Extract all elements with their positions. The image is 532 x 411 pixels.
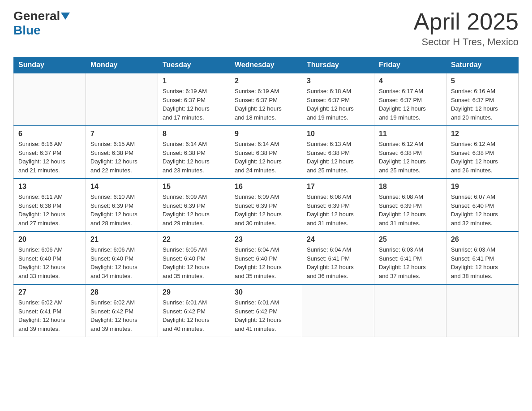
day-info: Sunrise: 6:16 AMSunset: 6:37 PMDaylight:… [451,87,514,122]
day-info: Sunrise: 6:10 AMSunset: 6:39 PMDaylight:… [90,193,153,227]
day-number: 24 [307,235,369,244]
table-row: 26Sunrise: 6:03 AMSunset: 6:41 PMDayligh… [446,231,519,284]
day-info: Sunrise: 6:12 AMSunset: 6:38 PMDaylight:… [379,140,442,175]
day-number: 22 [163,235,225,244]
day-number: 13 [18,183,81,191]
location-title: Sector H Tres, Mexico [414,36,519,48]
table-row: 12Sunrise: 6:12 AMSunset: 6:38 PMDayligh… [446,126,519,179]
table-row: 30Sunrise: 6:01 AMSunset: 6:42 PMDayligh… [230,284,302,337]
day-number: 26 [451,235,514,244]
day-number: 28 [90,288,153,296]
day-info: Sunrise: 6:11 AMSunset: 6:38 PMDaylight:… [18,193,81,227]
day-number: 5 [451,77,514,85]
day-info: Sunrise: 6:07 AMSunset: 6:40 PMDaylight:… [451,193,514,227]
day-number: 2 [235,77,297,85]
day-info: Sunrise: 6:09 AMSunset: 6:39 PMDaylight:… [235,193,297,227]
day-number: 6 [18,130,81,138]
day-number: 18 [379,183,442,191]
table-row: 2Sunrise: 6:19 AMSunset: 6:37 PMDaylight… [230,73,302,126]
table-row: 14Sunrise: 6:10 AMSunset: 6:39 PMDayligh… [86,179,158,231]
day-info: Sunrise: 6:01 AMSunset: 6:42 PMDaylight:… [235,298,297,333]
day-number: 10 [307,130,369,138]
day-number: 8 [163,130,225,138]
table-row [374,284,446,337]
day-number: 9 [235,130,297,138]
table-row: 11Sunrise: 6:12 AMSunset: 6:38 PMDayligh… [374,126,446,179]
day-number: 11 [379,130,442,138]
table-row: 9Sunrise: 6:14 AMSunset: 6:38 PMDaylight… [230,126,302,179]
table-row [86,73,158,126]
day-number: 23 [235,235,297,244]
table-row: 20Sunrise: 6:06 AMSunset: 6:40 PMDayligh… [14,231,86,284]
day-number: 7 [90,130,153,138]
day-number: 29 [163,288,225,296]
table-row: 28Sunrise: 6:02 AMSunset: 6:42 PMDayligh… [86,284,158,337]
title-area: April 2025 Sector H Tres, Mexico [414,9,519,48]
calendar-table: Sunday Monday Tuesday Wednesday Thursday… [13,57,519,337]
calendar-week-2: 6Sunrise: 6:16 AMSunset: 6:37 PMDaylight… [14,126,519,179]
day-number: 3 [307,77,369,85]
logo-blue-text: Blue [13,23,41,38]
col-saturday: Saturday [446,57,519,73]
table-row: 4Sunrise: 6:17 AMSunset: 6:37 PMDaylight… [374,73,446,126]
day-info: Sunrise: 6:08 AMSunset: 6:39 PMDaylight:… [379,193,442,227]
calendar-week-1: 1Sunrise: 6:19 AMSunset: 6:37 PMDaylight… [14,73,519,126]
table-row: 19Sunrise: 6:07 AMSunset: 6:40 PMDayligh… [446,179,519,231]
day-number: 12 [451,130,514,138]
day-number: 20 [18,235,81,244]
day-number: 25 [379,235,442,244]
day-info: Sunrise: 6:02 AMSunset: 6:41 PMDaylight:… [18,298,81,333]
col-sunday: Sunday [14,57,86,73]
day-info: Sunrise: 6:12 AMSunset: 6:38 PMDaylight:… [451,140,514,175]
table-row [446,284,519,337]
day-info: Sunrise: 6:04 AMSunset: 6:41 PMDaylight:… [307,245,369,280]
day-number: 21 [90,235,153,244]
day-number: 19 [451,183,514,191]
table-row: 7Sunrise: 6:15 AMSunset: 6:38 PMDaylight… [86,126,158,179]
calendar-week-3: 13Sunrise: 6:11 AMSunset: 6:38 PMDayligh… [14,179,519,231]
day-number: 17 [307,183,369,191]
logo-triangle-icon [61,13,70,20]
day-number: 14 [90,183,153,191]
day-info: Sunrise: 6:17 AMSunset: 6:37 PMDaylight:… [379,87,442,122]
day-number: 27 [18,288,81,296]
table-row: 10Sunrise: 6:13 AMSunset: 6:38 PMDayligh… [302,126,374,179]
col-friday: Friday [374,57,446,73]
table-row: 24Sunrise: 6:04 AMSunset: 6:41 PMDayligh… [302,231,374,284]
day-info: Sunrise: 6:14 AMSunset: 6:38 PMDaylight:… [163,140,225,175]
table-row [14,73,86,126]
table-row: 8Sunrise: 6:14 AMSunset: 6:38 PMDaylight… [158,126,230,179]
table-row: 21Sunrise: 6:06 AMSunset: 6:40 PMDayligh… [86,231,158,284]
table-row: 25Sunrise: 6:03 AMSunset: 6:41 PMDayligh… [374,231,446,284]
day-info: Sunrise: 6:13 AMSunset: 6:38 PMDaylight:… [307,140,369,175]
table-row: 3Sunrise: 6:18 AMSunset: 6:37 PMDaylight… [302,73,374,126]
calendar-week-4: 20Sunrise: 6:06 AMSunset: 6:40 PMDayligh… [14,231,519,284]
day-info: Sunrise: 6:01 AMSunset: 6:42 PMDaylight:… [163,298,225,333]
col-wednesday: Wednesday [230,57,302,73]
table-row: 22Sunrise: 6:05 AMSunset: 6:40 PMDayligh… [158,231,230,284]
day-number: 30 [235,288,297,296]
table-row: 16Sunrise: 6:09 AMSunset: 6:39 PMDayligh… [230,179,302,231]
day-info: Sunrise: 6:05 AMSunset: 6:40 PMDaylight:… [163,245,225,280]
day-info: Sunrise: 6:16 AMSunset: 6:37 PMDaylight:… [18,140,81,175]
calendar-week-5: 27Sunrise: 6:02 AMSunset: 6:41 PMDayligh… [14,284,519,337]
month-title: April 2025 [414,9,519,34]
table-row: 13Sunrise: 6:11 AMSunset: 6:38 PMDayligh… [14,179,86,231]
day-info: Sunrise: 6:19 AMSunset: 6:37 PMDaylight:… [163,87,225,122]
day-info: Sunrise: 6:04 AMSunset: 6:40 PMDaylight:… [235,245,297,280]
day-info: Sunrise: 6:14 AMSunset: 6:38 PMDaylight:… [235,140,297,175]
calendar-header-row: Sunday Monday Tuesday Wednesday Thursday… [14,57,519,73]
day-number: 15 [163,183,225,191]
day-info: Sunrise: 6:06 AMSunset: 6:40 PMDaylight:… [90,245,153,280]
table-row: 29Sunrise: 6:01 AMSunset: 6:42 PMDayligh… [158,284,230,337]
day-info: Sunrise: 6:09 AMSunset: 6:39 PMDaylight:… [163,193,225,227]
table-row: 18Sunrise: 6:08 AMSunset: 6:39 PMDayligh… [374,179,446,231]
logo: General Blue [13,9,71,38]
table-row: 23Sunrise: 6:04 AMSunset: 6:40 PMDayligh… [230,231,302,284]
day-info: Sunrise: 6:08 AMSunset: 6:39 PMDaylight:… [307,193,369,227]
table-row: 6Sunrise: 6:16 AMSunset: 6:37 PMDaylight… [14,126,86,179]
page-header: General Blue April 2025 Sector H Tres, M… [13,9,519,48]
day-info: Sunrise: 6:18 AMSunset: 6:37 PMDaylight:… [307,87,369,122]
table-row: 15Sunrise: 6:09 AMSunset: 6:39 PMDayligh… [158,179,230,231]
col-monday: Monday [86,57,158,73]
